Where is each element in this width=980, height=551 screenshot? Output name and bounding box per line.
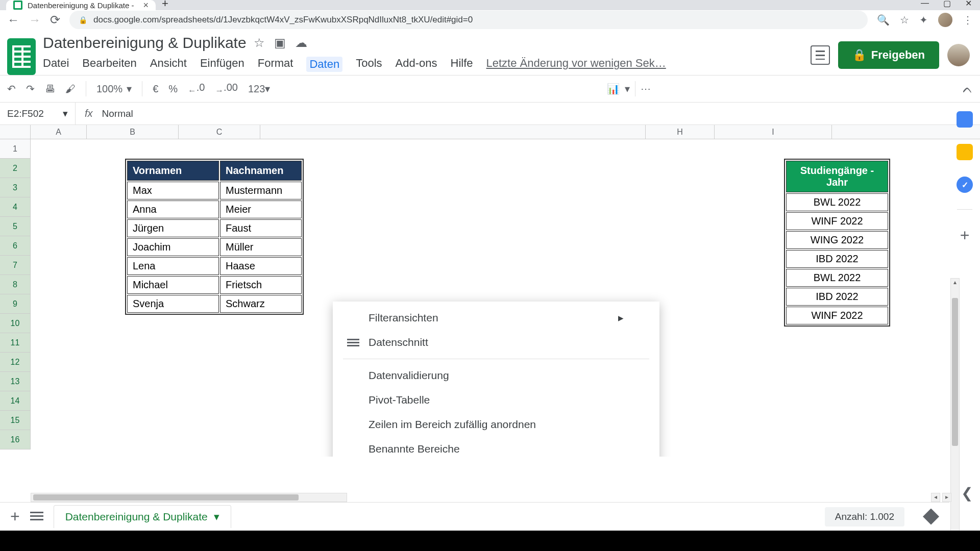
scroll-up-icon[interactable]: ▴ — [951, 279, 959, 288]
redo-button[interactable]: ↷ — [26, 83, 35, 95]
table-cell[interactable]: Svenja — [127, 295, 219, 313]
menu-data[interactable]: Daten — [306, 57, 342, 72]
table-cell[interactable]: Frietsch — [220, 276, 302, 294]
collapse-toolbar-icon[interactable]: ᨈ — [963, 82, 973, 96]
explore-icon[interactable] — [923, 509, 939, 525]
scroll-thumb[interactable] — [952, 298, 958, 446]
back-button[interactable]: ← — [7, 13, 19, 27]
col-header-a[interactable]: A — [31, 125, 87, 139]
table-cell[interactable]: WING 2022 — [786, 231, 888, 249]
formula-input[interactable]: Normal — [102, 108, 133, 119]
table-cell[interactable]: Haase — [220, 257, 302, 275]
table-cell[interactable]: Mustermann — [220, 182, 302, 199]
row-header[interactable]: 16 — [0, 430, 31, 449]
decrease-decimal-button[interactable]: ←.0 — [188, 82, 205, 96]
row-header[interactable]: 15 — [0, 411, 31, 430]
zoom-indicator-icon[interactable]: 🔍 — [877, 14, 890, 26]
close-tab-icon[interactable]: × — [143, 0, 149, 11]
menu-edit[interactable]: Bearbeiten — [82, 57, 136, 72]
table-cell[interactable]: Meier — [220, 201, 302, 218]
scroll-left-icon[interactable]: ◂ — [931, 493, 940, 502]
chevron-down-icon[interactable]: ▾ — [214, 511, 219, 523]
extensions-icon[interactable]: ✦ — [919, 14, 928, 26]
col-header-h[interactable]: H — [646, 125, 715, 139]
col-header-b[interactable]: B — [87, 125, 179, 139]
browser-tab[interactable]: Datenbereinigung & Duplikate - × — [6, 0, 156, 10]
names-header-last[interactable]: Nachnamen — [220, 161, 302, 181]
menu-addons[interactable]: Add-ons — [396, 57, 437, 72]
table-cell[interactable]: IBD 2022 — [786, 288, 888, 306]
calendar-icon[interactable] — [957, 111, 973, 128]
select-all-corner[interactable] — [0, 125, 31, 139]
table-cell[interactable]: Michael — [127, 276, 219, 294]
table-cell[interactable]: BWL 2022 — [786, 193, 888, 211]
sheets-logo[interactable] — [7, 38, 36, 75]
row-header[interactable]: 9 — [0, 294, 31, 314]
row-header[interactable]: 11 — [0, 333, 31, 353]
table-cell[interactable]: Max — [127, 182, 219, 199]
row-header[interactable]: 5 — [0, 217, 31, 236]
row-header[interactable]: 7 — [0, 256, 31, 275]
star-icon[interactable]: ☆ — [254, 36, 265, 50]
menu-pivot-table[interactable]: Pivot-Tabelle — [333, 388, 659, 412]
print-button[interactable]: 🖶 — [45, 83, 55, 95]
chevron-down-icon[interactable]: ▾ — [625, 83, 630, 95]
horizontal-scrollbar[interactable] — [31, 493, 347, 502]
menu-filter-views[interactable]: Filteransichten ▸ — [333, 306, 659, 330]
studies-header[interactable]: Studiengänge - Jahr — [786, 161, 888, 192]
comments-icon[interactable] — [811, 45, 830, 65]
tasks-icon[interactable] — [957, 177, 973, 193]
table-cell[interactable]: Jürgen — [127, 219, 219, 237]
row-header[interactable]: 13 — [0, 372, 31, 391]
table-cell[interactable]: Müller — [220, 238, 302, 256]
move-icon[interactable]: ▣ — [274, 36, 286, 50]
browser-profile-avatar[interactable] — [938, 13, 952, 27]
table-cell[interactable]: Schwarz — [220, 295, 302, 313]
increase-decimal-button[interactable]: →.00 — [215, 82, 237, 96]
row-header[interactable]: 14 — [0, 391, 31, 411]
paint-format-button[interactable]: 🖌 — [65, 83, 76, 95]
names-header-first[interactable]: Vornamen — [127, 161, 219, 181]
close-window-icon[interactable]: ✕ — [965, 0, 972, 8]
add-addon-icon[interactable]: + — [960, 226, 970, 245]
menu-named-ranges[interactable]: Benannte Bereiche — [333, 437, 659, 457]
table-cell[interactable]: IBD 2022 — [786, 250, 888, 268]
col-header-c[interactable]: C — [179, 125, 260, 139]
menu-view[interactable]: Ansicht — [150, 57, 187, 72]
row-header[interactable]: 12 — [0, 353, 31, 372]
document-title[interactable]: Datenbereinigung & Duplikate — [43, 34, 247, 52]
table-cell[interactable]: Anna — [127, 201, 219, 218]
last-edit-link[interactable]: Letzte Änderung vor wenigen Sek… — [486, 57, 666, 72]
chart-button[interactable]: 📊 — [607, 83, 620, 95]
minimize-icon[interactable]: — — [921, 0, 929, 8]
keep-icon[interactable] — [957, 144, 973, 160]
menu-tools[interactable]: Tools — [356, 57, 382, 72]
number-format-select[interactable]: 123▾ — [248, 83, 270, 95]
menu-data-validation[interactable]: Datenvalidierung — [333, 363, 659, 388]
share-button[interactable]: 🔒 Freigeben — [838, 41, 939, 69]
account-avatar[interactable] — [947, 44, 970, 66]
table-cell[interactable]: Lena — [127, 257, 219, 275]
menu-insert[interactable]: Einfügen — [200, 57, 244, 72]
row-header[interactable]: 6 — [0, 236, 31, 256]
menu-randomize-range[interactable]: Zeilen im Bereich zufällig anordnen — [333, 412, 659, 437]
sheet-tab[interactable]: Datenbereinigung & Duplikate ▾ — [54, 505, 231, 528]
bookmark-icon[interactable]: ☆ — [900, 14, 909, 26]
add-sheet-button[interactable]: + — [10, 507, 20, 526]
table-cell[interactable]: BWL 2022 — [786, 269, 888, 287]
row-header[interactable]: 2 — [0, 159, 31, 178]
maximize-icon[interactable]: ▢ — [943, 0, 951, 8]
new-tab-button[interactable]: + — [156, 0, 175, 10]
browser-menu-icon[interactable]: ⋮ — [963, 14, 973, 26]
row-header[interactable]: 3 — [0, 178, 31, 197]
expand-side-panel-icon[interactable]: ❮ — [961, 485, 973, 502]
vertical-scrollbar[interactable]: ▴ ▾ — [950, 278, 960, 551]
row-header[interactable]: 8 — [0, 275, 31, 294]
more-tools-button[interactable]: ⋯ — [641, 83, 651, 95]
table-cell[interactable]: WINF 2022 — [786, 212, 888, 230]
menu-file[interactable]: Datei — [43, 57, 69, 72]
table-cell[interactable]: Joachim — [127, 238, 219, 256]
table-cell[interactable]: WINF 2022 — [786, 307, 888, 324]
scroll-thumb[interactable] — [33, 494, 299, 500]
currency-button[interactable]: € — [153, 83, 158, 95]
